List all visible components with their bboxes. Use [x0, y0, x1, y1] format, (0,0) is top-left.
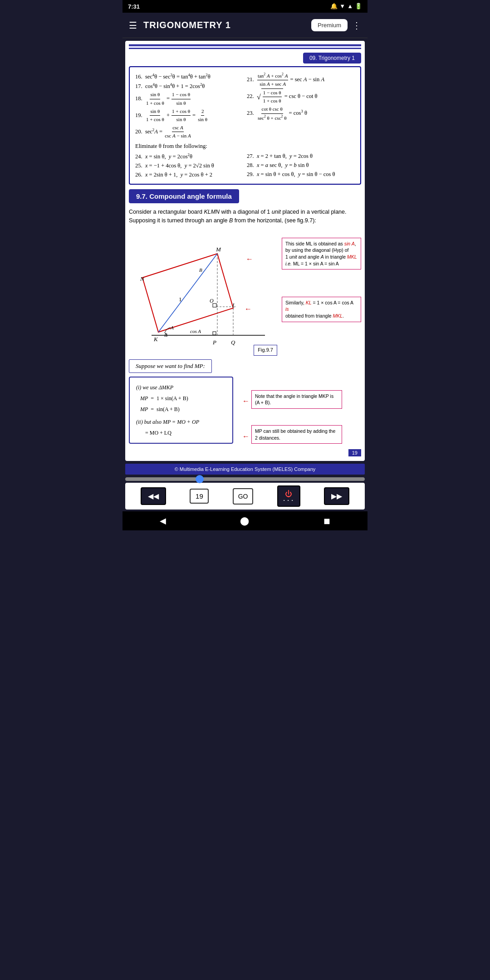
android-nav: ◀ ⬤ ◼ [122, 511, 368, 530]
page-input[interactable] [190, 489, 209, 504]
status-bar: 7:31 🔔 ▼ ▲ 🔋 [122, 0, 368, 13]
svg-text:A: A [170, 325, 174, 330]
svg-text:cos A: cos A [190, 328, 201, 334]
power-dots: • • • [284, 498, 294, 502]
problems-right: 21. tan2 A + cos2 Asin A + sec A = sec A… [247, 72, 355, 140]
work-annotations: ← Note that the angle in triangle MKP is… [242, 377, 342, 448]
prev-button[interactable]: ◀◀ [141, 487, 166, 505]
section-badge: 09. Trigonometry 1 [303, 53, 361, 64]
geometry-diagram: N L M K P Q O 1 B A B cos A [129, 229, 270, 356]
svg-text:Q: Q [231, 339, 235, 346]
svg-line-2 [158, 254, 217, 332]
annotation-kl: Similarly, KL = 1 × cos A = cos A is obt… [282, 297, 361, 322]
decorative-lines [129, 44, 361, 49]
arrow-2: ← [245, 305, 252, 313]
problems-left: 16. sec4θ − sec2θ = tan4θ + tan2θ 17. co… [135, 72, 243, 140]
work-item-2: MP = 1 × sin(A + B) [136, 393, 226, 404]
eliminate-grid: 24. x = sin θ, y = 2cos2θ 25. x = −1 + 4… [135, 152, 355, 179]
svg-rect-5 [213, 304, 216, 307]
work-ann-1: Note that the angle in triangle MKP is (… [251, 390, 342, 409]
home-button[interactable]: ⬤ [240, 516, 249, 526]
prob-19: 19. sin θ1 + cos θ + 1 + cos θsin θ = 2s… [135, 108, 243, 124]
prob-22: 22. √1 − cos θ1 + cos θ = csc θ − cot θ [247, 88, 355, 105]
arrow-4: ← [242, 432, 250, 441]
go-button[interactable]: GO [233, 488, 254, 505]
work-item-1: (i) we use ΔMKP [136, 382, 226, 393]
prob-17: 17. cos4θ − sin4θ + 1 = 2cos2θ [135, 81, 243, 91]
svg-text:K: K [153, 336, 158, 343]
scroll-thumb[interactable] [196, 475, 204, 483]
svg-text:M: M [216, 246, 221, 253]
scroll-bar[interactable] [125, 477, 365, 481]
arrow-1: ← [246, 255, 253, 263]
svg-rect-19 [213, 332, 216, 335]
power-icon: ⏻ [285, 490, 292, 498]
problems-box: 16. sec4θ − sec2θ = tan4θ + tan2θ 17. co… [129, 66, 361, 185]
work-item-4: (ii) but also MP = MO + OP [136, 416, 226, 427]
page-number-box: 19 [129, 449, 361, 456]
prob-21: 21. tan2 A + cos2 Asin A + sec A = sec A… [247, 72, 355, 88]
app-title: TRIGONOMETRY 1 [143, 20, 311, 30]
problems-grid: 16. sec4θ − sec2θ = tan4θ + tan2θ 17. co… [135, 72, 355, 140]
suppose-box: Suppose we want to find MP: [129, 359, 212, 373]
work-item-3: MP = sin(A + B) [136, 404, 226, 415]
status-time: 7:31 [128, 3, 140, 10]
prob-18: 18. sin θ1 + cos θ = 1 − cos θsin θ [135, 91, 243, 107]
arrow-3: ← [242, 397, 250, 405]
premium-button[interactable]: Premium [311, 19, 348, 31]
notification-icon: 🔔 [330, 3, 338, 10]
power-button[interactable]: ⏻ • • • [277, 485, 300, 507]
prob-28: 28. x = a sec θ, y = b sin θ [247, 161, 355, 170]
page-number-badge: 19 [348, 449, 361, 456]
work-ann-2: MP can still be obtained by adding the 2… [251, 425, 342, 444]
menu-icon[interactable]: ☰ [129, 20, 137, 31]
work-item-5: = MO + LQ [136, 427, 226, 438]
app-header: ☰ TRIGONOMETRY 1 Premium ⋮ [122, 13, 368, 38]
section-badge-row: 09. Trigonometry 1 [129, 53, 361, 64]
svg-text:1: 1 [179, 296, 182, 303]
recent-button[interactable]: ◼ [323, 516, 330, 526]
svg-text:L: L [232, 302, 235, 309]
svg-text:B: B [199, 267, 202, 273]
eliminate-text: Eliminate θ from the following: [135, 143, 355, 150]
prob-20: 20. sec2A = csc Acsc A − sin A [135, 124, 243, 140]
work-box: (i) we use ΔMKP MP = 1 × sin(A + B) MP =… [129, 377, 233, 444]
svg-text:N: N [140, 275, 145, 282]
wifi-icon: ▼ [339, 3, 345, 10]
compound-angle-title: 9.7. Compound angle formula [129, 189, 239, 203]
main-content: 09. Trigonometry 1 16. sec4θ − sec2θ = t… [125, 41, 365, 461]
prob-27: 27. x = 2 + tan θ, y = 2cos θ [247, 152, 355, 161]
meles-footer: © Multimedia E-Learning Education System… [125, 464, 365, 475]
next-button[interactable]: ▶▶ [324, 487, 349, 505]
eliminate-left: 24. x = sin θ, y = 2cos2θ 25. x = −1 + 4… [135, 152, 243, 179]
eliminate-right: 27. x = 2 + tan θ, y = 2cos θ 28. x = a … [247, 152, 355, 179]
svg-text:P: P [212, 339, 216, 346]
battery-icon: 🔋 [355, 3, 362, 10]
diagram-area: N L M K P Q O 1 B A B cos A [129, 229, 361, 356]
svg-text:B: B [164, 332, 167, 338]
work-area: (i) we use ΔMKP MP = 1 × sin(A + B) MP =… [129, 377, 361, 448]
status-icons: 🔔 ▼ ▲ 🔋 [330, 3, 362, 10]
prob-29: 29. x = sin θ + cos θ, y = sin θ − cos θ [247, 170, 355, 179]
prob-23: 23. cot θ csc θsec2 θ + csc2 θ = cos3 θ [247, 105, 355, 122]
compound-description: Consider a rectangular board KLMN with a… [129, 208, 361, 225]
signal-icon: ▲ [347, 3, 353, 10]
prob-16: 16. sec4θ − sec2θ = tan4θ + tan2θ [135, 72, 243, 81]
more-options-icon[interactable]: ⋮ [352, 20, 361, 31]
fig-label: Fig.9.7 [254, 345, 277, 355]
annotation-ml: This side ML is obtained as sin A, by us… [282, 238, 361, 270]
prob-26: 26. x = 2sin θ + 1, y = 2cos θ + 2 [135, 170, 243, 179]
svg-text:O: O [210, 298, 214, 304]
prob-24: 24. x = sin θ, y = 2cos2θ [135, 152, 243, 161]
navigation-bar: ◀◀ GO ⏻ • • • ▶▶ [125, 483, 365, 510]
prob-25: 25. x = −1 + 4cos θ, y = 2√2 sin θ [135, 161, 243, 170]
back-button[interactable]: ◀ [160, 516, 166, 526]
